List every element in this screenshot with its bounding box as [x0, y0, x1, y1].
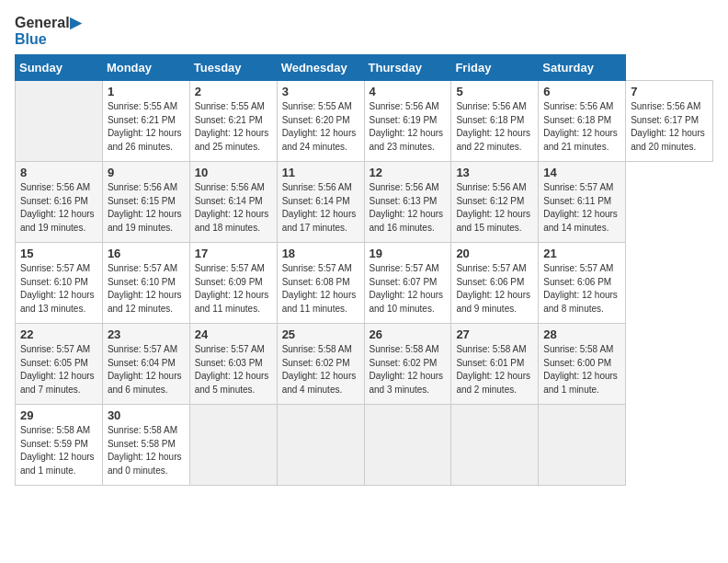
day-info: Sunrise: 5:56 AMSunset: 6:18 PMDaylight:…: [456, 100, 533, 154]
day-number: 20: [456, 247, 533, 260]
calendar-cell: [539, 405, 626, 486]
calendar-cell: 18Sunrise: 5:57 AMSunset: 6:08 PMDayligh…: [277, 243, 364, 324]
calendar-cell: 16Sunrise: 5:57 AMSunset: 6:10 PMDayligh…: [102, 243, 189, 324]
day-info: Sunrise: 5:57 AMSunset: 6:04 PMDaylight:…: [108, 343, 185, 396]
logo-text: General▶ Blue: [15, 15, 81, 47]
day-number: 30: [108, 408, 185, 422]
day-number: 11: [282, 166, 359, 179]
calendar-cell: 13Sunrise: 5:56 AMSunset: 6:12 PMDayligh…: [451, 162, 539, 243]
week-row-2: 8Sunrise: 5:56 AMSunset: 6:16 PMDaylight…: [16, 162, 713, 243]
day-info: Sunrise: 5:56 AMSunset: 6:17 PMDaylight:…: [631, 100, 708, 154]
day-number: 15: [20, 247, 97, 260]
day-number: 10: [195, 166, 272, 179]
day-info: Sunrise: 5:56 AMSunset: 6:14 PMDaylight:…: [282, 181, 359, 235]
day-number: 13: [456, 166, 533, 179]
day-number: 19: [370, 247, 447, 260]
calendar-cell: 17Sunrise: 5:57 AMSunset: 6:09 PMDayligh…: [189, 243, 277, 324]
calendar-cell: 8Sunrise: 5:56 AMSunset: 6:16 PMDaylight…: [16, 162, 103, 243]
day-info: Sunrise: 5:56 AMSunset: 6:12 PMDaylight:…: [456, 181, 533, 235]
calendar-cell: 27Sunrise: 5:58 AMSunset: 6:01 PMDayligh…: [451, 324, 539, 405]
day-number: 21: [543, 247, 620, 260]
day-number: 17: [195, 247, 272, 260]
day-number: 12: [370, 166, 447, 179]
calendar-cell: 1Sunrise: 5:55 AMSunset: 6:21 PMDaylight…: [102, 81, 189, 162]
calendar-cell: 15Sunrise: 5:57 AMSunset: 6:10 PMDayligh…: [16, 243, 103, 324]
day-number: 26: [370, 327, 447, 341]
day-number: 29: [20, 408, 97, 422]
day-info: Sunrise: 5:58 AMSunset: 6:01 PMDaylight:…: [456, 343, 533, 396]
calendar-cell: 22Sunrise: 5:57 AMSunset: 6:05 PMDayligh…: [16, 324, 103, 405]
day-number: 18: [282, 247, 359, 260]
day-info: Sunrise: 5:55 AMSunset: 6:20 PMDaylight:…: [282, 100, 359, 154]
day-number: 4: [370, 85, 447, 98]
logo: General▶ Blue: [15, 15, 81, 47]
day-info: Sunrise: 5:56 AMSunset: 6:16 PMDaylight:…: [20, 181, 97, 235]
calendar-cell: 5Sunrise: 5:56 AMSunset: 6:18 PMDaylight…: [451, 81, 539, 162]
calendar-cell: 10Sunrise: 5:56 AMSunset: 6:14 PMDayligh…: [189, 162, 277, 243]
day-number: 8: [20, 166, 97, 179]
day-info: Sunrise: 5:58 AMSunset: 6:02 PMDaylight:…: [282, 343, 359, 396]
day-number: 24: [195, 327, 272, 341]
calendar-cell: 26Sunrise: 5:58 AMSunset: 6:02 PMDayligh…: [364, 324, 451, 405]
col-header-friday: Friday: [451, 55, 539, 81]
day-number: 5: [456, 85, 533, 98]
day-number: 25: [282, 327, 359, 341]
calendar-cell: 11Sunrise: 5:56 AMSunset: 6:14 PMDayligh…: [277, 162, 364, 243]
calendar-cell: [277, 405, 364, 486]
day-info: Sunrise: 5:57 AMSunset: 6:05 PMDaylight:…: [20, 343, 97, 396]
calendar-cell: 24Sunrise: 5:57 AMSunset: 6:03 PMDayligh…: [189, 324, 277, 405]
calendar-cell: 30Sunrise: 5:58 AMSunset: 5:58 PMDayligh…: [102, 405, 189, 486]
calendar-table: SundayMondayTuesdayWednesdayThursdayFrid…: [15, 54, 713, 486]
calendar-cell: 23Sunrise: 5:57 AMSunset: 6:04 PMDayligh…: [102, 324, 189, 405]
calendar-cell: 3Sunrise: 5:55 AMSunset: 6:20 PMDaylight…: [277, 81, 364, 162]
calendar-cell: 6Sunrise: 5:56 AMSunset: 6:18 PMDaylight…: [539, 81, 626, 162]
day-number: 3: [282, 85, 359, 98]
week-row-1: 1Sunrise: 5:55 AMSunset: 6:21 PMDaylight…: [16, 81, 713, 162]
day-info: Sunrise: 5:57 AMSunset: 6:07 PMDaylight:…: [370, 262, 447, 316]
calendar-cell: 29Sunrise: 5:58 AMSunset: 5:59 PMDayligh…: [16, 405, 103, 486]
day-info: Sunrise: 5:57 AMSunset: 6:06 PMDaylight:…: [543, 262, 620, 316]
col-header-wednesday: Wednesday: [277, 55, 364, 81]
day-info: Sunrise: 5:55 AMSunset: 6:21 PMDaylight:…: [108, 100, 185, 154]
day-info: Sunrise: 5:56 AMSunset: 6:14 PMDaylight:…: [195, 181, 272, 235]
col-header-sunday: Sunday: [16, 55, 103, 81]
col-header-tuesday: Tuesday: [189, 55, 277, 81]
day-number: 1: [108, 85, 185, 98]
calendar-cell: [451, 405, 539, 486]
calendar-cell: 4Sunrise: 5:56 AMSunset: 6:19 PMDaylight…: [364, 81, 451, 162]
calendar-cell: 2Sunrise: 5:55 AMSunset: 6:21 PMDaylight…: [189, 81, 277, 162]
day-number: 16: [108, 247, 185, 260]
day-number: 14: [543, 166, 620, 179]
day-info: Sunrise: 5:57 AMSunset: 6:08 PMDaylight:…: [282, 262, 359, 316]
day-number: 28: [543, 327, 620, 341]
day-info: Sunrise: 5:57 AMSunset: 6:10 PMDaylight:…: [20, 262, 97, 316]
day-number: 7: [631, 85, 708, 98]
day-info: Sunrise: 5:56 AMSunset: 6:18 PMDaylight:…: [543, 100, 620, 154]
day-info: Sunrise: 5:58 AMSunset: 6:00 PMDaylight:…: [543, 343, 620, 396]
week-row-4: 22Sunrise: 5:57 AMSunset: 6:05 PMDayligh…: [16, 324, 713, 405]
week-row-3: 15Sunrise: 5:57 AMSunset: 6:10 PMDayligh…: [16, 243, 713, 324]
col-header-monday: Monday: [102, 55, 189, 81]
day-info: Sunrise: 5:58 AMSunset: 5:58 PMDaylight:…: [108, 424, 185, 477]
day-info: Sunrise: 5:56 AMSunset: 6:19 PMDaylight:…: [370, 100, 447, 154]
col-header-saturday: Saturday: [539, 55, 626, 81]
calendar-cell: [189, 405, 277, 486]
day-info: Sunrise: 5:56 AMSunset: 6:13 PMDaylight:…: [370, 181, 447, 235]
day-number: 9: [108, 166, 185, 179]
day-number: 27: [456, 327, 533, 341]
day-info: Sunrise: 5:56 AMSunset: 6:15 PMDaylight:…: [108, 181, 185, 235]
day-number: 2: [195, 85, 272, 98]
calendar-cell: 9Sunrise: 5:56 AMSunset: 6:15 PMDaylight…: [102, 162, 189, 243]
calendar-cell: 28Sunrise: 5:58 AMSunset: 6:00 PMDayligh…: [539, 324, 626, 405]
day-number: 22: [20, 327, 97, 341]
calendar-cell: [16, 81, 103, 162]
day-info: Sunrise: 5:57 AMSunset: 6:10 PMDaylight:…: [108, 262, 185, 316]
day-info: Sunrise: 5:58 AMSunset: 6:02 PMDaylight:…: [370, 343, 447, 396]
calendar-cell: 25Sunrise: 5:58 AMSunset: 6:02 PMDayligh…: [277, 324, 364, 405]
calendar-cell: 19Sunrise: 5:57 AMSunset: 6:07 PMDayligh…: [364, 243, 451, 324]
calendar-cell: 12Sunrise: 5:56 AMSunset: 6:13 PMDayligh…: [364, 162, 451, 243]
header-row: SundayMondayTuesdayWednesdayThursdayFrid…: [16, 55, 713, 81]
day-number: 6: [543, 85, 620, 98]
calendar-cell: 7Sunrise: 5:56 AMSunset: 6:17 PMDaylight…: [626, 81, 713, 162]
col-header-thursday: Thursday: [364, 55, 451, 81]
